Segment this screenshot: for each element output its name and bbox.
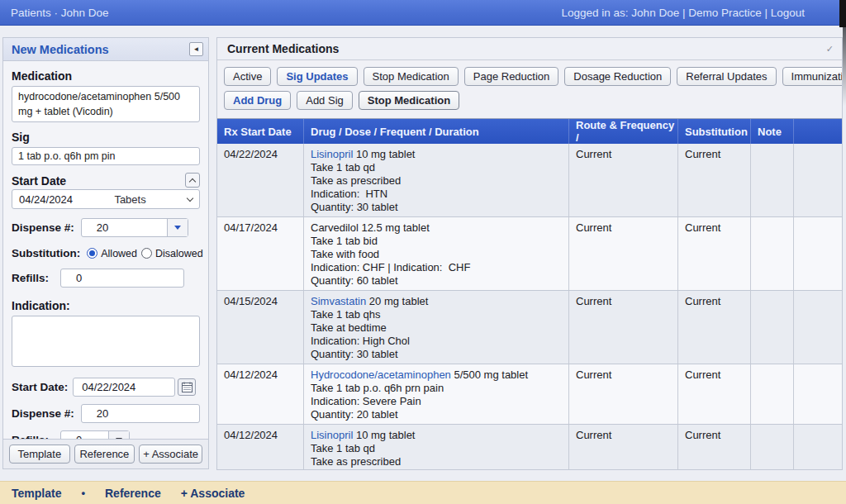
medication-row[interactable]: 04/22/2024Lisinopril 10 mg tabletTake 1 …	[217, 144, 842, 217]
medication-row[interactable]: 04/12/2024Lisinopril 10 mg tabletTake 1 …	[217, 425, 842, 469]
drug-name-link[interactable]: Lisinopril	[311, 429, 353, 441]
route-frequency-cell: Current	[568, 425, 677, 469]
spinner-up-button[interactable]	[185, 173, 200, 188]
drug-cell: Hydrocodone/acetaminophen 5/500 mg table…	[303, 364, 568, 424]
dispense2-input[interactable]: 20	[81, 404, 200, 423]
table-body: 04/22/2024Lisinopril 10 mg tabletTake 1 …	[217, 144, 842, 469]
start-date-unit-select[interactable]: 04/24/2024 Tabets	[12, 189, 200, 209]
dosage-reduction-button[interactable]: Dosage Reduction	[564, 67, 671, 86]
start-date-label: Start Date	[12, 174, 66, 188]
new-medications-panel: New Medications ◄ Medication hydrocodone…	[2, 37, 209, 469]
medication-row[interactable]: 04/15/2024Simvastatin 20 mg tabletTake 1…	[217, 291, 842, 364]
drug-detail-line: Take 1 tab bid	[311, 235, 565, 248]
rx-start-date-cell: 04/12/2024	[217, 425, 303, 469]
check-icon[interactable]: ✓	[826, 44, 834, 55]
add-sig-button[interactable]: Add Sig	[297, 91, 353, 110]
chevron-down-icon	[187, 195, 193, 202]
template-link[interactable]: Template	[12, 487, 61, 500]
breadcrumb[interactable]: Patients · John Doe	[11, 7, 109, 19]
drug-detail-line: Take with food	[311, 248, 565, 261]
dispense-label: Dispense #:	[12, 221, 74, 234]
start-date2-input[interactable]: 04/22/2024	[73, 378, 175, 397]
note-cell	[750, 217, 793, 290]
logged-in-info[interactable]: Logged in as: John Doe | Demo Practice |…	[562, 7, 805, 19]
sig-input[interactable]: 1 tab p.o. q6h pm pin	[12, 147, 200, 165]
refills2-dropdown-button[interactable]	[108, 431, 129, 439]
dispense-value: 20	[82, 219, 108, 236]
drug-title-line: Lisinopril 10 mg tablet	[311, 148, 565, 161]
drug-title-line: Hydrocodone/acetaminophen 5/500 mg table…	[311, 368, 565, 382]
rx-start-date-cell: 04/22/2024	[217, 144, 303, 216]
medication-label: Medication	[12, 69, 200, 83]
immunizations-button[interactable]: Immunizations	[782, 67, 843, 86]
column-header: Rx Start Date	[217, 119, 303, 144]
medications-table: Rx Start DateDrug / Dose / Frequent / Du…	[217, 118, 842, 469]
empty-cell	[793, 364, 842, 424]
drug-name-link[interactable]: Lisinopril	[311, 148, 353, 160]
note-cell	[750, 291, 793, 364]
substitution-cell: Current	[677, 217, 750, 290]
drug-dose-text: 10 mg tablet	[353, 148, 415, 160]
drug-dose-text: Carvedilol 12.5 mg tablet	[311, 221, 430, 234]
dispense-combo[interactable]: 20	[81, 218, 188, 237]
current-medications-header: Current Medications ✓	[217, 38, 842, 60]
referral-updates-button[interactable]: Referral Updates	[677, 67, 776, 86]
drug-title-line: Carvedilol 12.5 mg tablet	[311, 221, 565, 235]
top-nav-bar: Patients · John Doe Logged in as: John D…	[0, 0, 846, 26]
drug-title-line: Lisinopril 10 mg tablet	[311, 429, 565, 442]
drug-name-link[interactable]: Simvastatin	[311, 295, 366, 307]
unit-selected-option: Tabets	[73, 193, 188, 206]
dispense-dropdown-button[interactable]	[167, 219, 188, 236]
calendar-button[interactable]	[178, 378, 196, 396]
substitution-cell: Current	[677, 144, 750, 216]
medication-input[interactable]: hydrocodone/acetaminophen 5/500 mg + tab…	[12, 86, 200, 122]
drug-detail-line: Quantity: 20 tablet	[311, 408, 565, 421]
sig-updates-button[interactable]: Sig Updates	[277, 67, 357, 86]
drug-title-line: Simvastatin 20 mg tablet	[311, 295, 565, 308]
stop-medication-button[interactable]: Stop Medication	[364, 67, 459, 86]
refills-input[interactable]: 0	[60, 269, 184, 288]
start-date2-label: Start Date:	[12, 381, 68, 393]
drug-detail-line: Quantity: 30 tablet	[311, 201, 565, 214]
indication-textarea[interactable]	[12, 316, 200, 367]
drug-detail-line: Take 1 tab p.o. q6h prn pain	[311, 382, 565, 395]
drug-name-link[interactable]: Hydrocodone/acetaminophen	[311, 368, 451, 381]
toolbar-row-1: ActiveSig UpdatesStop MedicationPage Red…	[224, 67, 835, 86]
substitution-cell: Current	[677, 364, 750, 424]
dispense2-label: Dispense #:	[12, 407, 74, 420]
drug-detail-line: Indication: High Chol	[311, 335, 565, 348]
app-window: Patients · John Doe Logged in as: John D…	[0, 0, 846, 504]
refills2-combo[interactable]: 0	[60, 430, 130, 439]
page-reduction-button[interactable]: Page Reduction	[464, 67, 559, 86]
associate-link[interactable]: + Associate	[181, 487, 245, 500]
radio-unselected-icon[interactable]	[141, 248, 152, 259]
reference-button[interactable]: Reference	[74, 445, 135, 464]
associate-button[interactable]: + Associate	[139, 445, 202, 464]
start-date2-value: 04/22/2024	[74, 378, 135, 396]
drug-cell: Carvedilol 12.5 mg tabletTake 1 tab bidT…	[303, 217, 568, 290]
note-cell	[750, 425, 793, 469]
stop-medication-button[interactable]: Stop Medication	[359, 91, 459, 110]
rx-start-date-cell: 04/15/2024	[217, 291, 303, 364]
radio-label: Disalowed	[155, 248, 203, 259]
panel-title: New Medications	[12, 43, 109, 56]
column-header-empty	[793, 119, 842, 144]
drug-detail-line: Take as prescribed	[311, 174, 565, 188]
current-medications-panel: Current Medications ✓ ActiveSig UpdatesS…	[216, 37, 843, 470]
medication-row[interactable]: 04/17/2024Carvedilol 12.5 mg tabletTake …	[217, 217, 842, 291]
substitution-option[interactable]: Allowed	[87, 248, 137, 259]
active-button[interactable]: Active	[224, 67, 271, 86]
add-drug-button[interactable]: Add Drug	[224, 91, 291, 110]
drug-dose-text: 10 mg tablet	[353, 429, 415, 441]
reference-link[interactable]: Reference	[105, 487, 161, 500]
empty-cell	[793, 291, 842, 364]
rx-start-date-cell: 04/17/2024	[217, 217, 303, 290]
template-button[interactable]: Template	[9, 445, 70, 464]
table-header-row: Rx Start DateDrug / Dose / Frequent / Du…	[217, 119, 842, 144]
radio-selected-icon[interactable]	[87, 248, 97, 259]
substitution-option[interactable]: Disalowed	[141, 248, 203, 259]
collapse-panel-button[interactable]: ◄	[189, 42, 203, 56]
medication-row[interactable]: 04/12/2024Hydrocodone/acetaminophen 5/50…	[217, 364, 842, 425]
drug-detail-line: Indication: CHF | Indication: CHF	[311, 261, 565, 274]
drug-dose-text: 20 mg tablet	[366, 295, 428, 307]
